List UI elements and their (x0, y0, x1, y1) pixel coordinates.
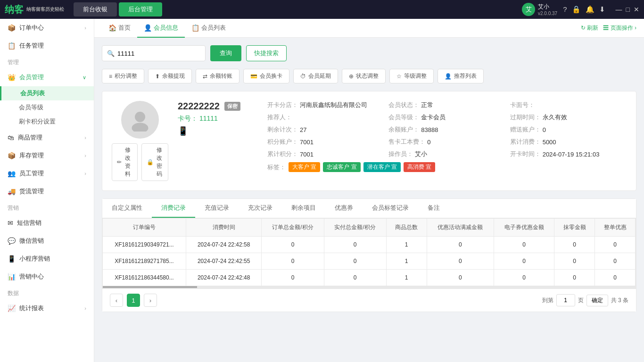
sidebar-item-stock[interactable]: 📦 库存管理 › (0, 147, 94, 165)
sidebar-item-card-points[interactable]: 刷卡积分设置 (0, 115, 94, 129)
query-button[interactable]: 查询 (210, 45, 241, 61)
sidebar-item-sms[interactable]: ✉ 短信营销 (0, 214, 94, 232)
pagination: ‹ 1 › 到第 页 确定 共 3 条 (102, 288, 636, 312)
lock-icon[interactable]: 🔒 (572, 5, 581, 14)
cell-wholedisc: 0 (595, 270, 636, 286)
points-adjust-btn[interactable]: ≡ 积分调整 (102, 69, 144, 83)
withdraw-icon: ⬆ (155, 73, 160, 80)
page-unit-label: 页 (578, 296, 584, 304)
level-row: 会员等级： 金卡会员 (388, 113, 505, 122)
tab-member-info[interactable]: 👤 会员信息 (137, 19, 185, 38)
sidebar-item-stats[interactable]: 📈 统计报表 › (0, 299, 94, 317)
total-consume-value: 5000 (543, 139, 556, 146)
titlebar-nav: 前台收银 后台管理 (74, 2, 162, 16)
maximize-btn[interactable]: □ (626, 6, 630, 13)
sidebar-item-miniapp[interactable]: 📱 小程序营销 (0, 250, 94, 268)
sidebar-item-task-mgmt[interactable]: 📋 任务管理 (0, 37, 94, 55)
member-extend-btn[interactable]: ⏱ 会员延期 (293, 69, 338, 83)
sidebar-item-logistics[interactable]: 🚚 货流管理 (0, 182, 94, 200)
status-adjust-btn[interactable]: ⊕ 状态调整 (342, 69, 386, 83)
balance-transfer-btn[interactable]: ⇄ 余额转账 (196, 69, 239, 83)
col-time: 消费时间 (186, 219, 262, 237)
tab-notes[interactable]: 备注 (418, 199, 449, 218)
sidebar-item-wechat[interactable]: 💬 微信营销 (0, 232, 94, 250)
recommend-list-btn[interactable]: 👤 推荐列表 (438, 69, 484, 83)
tab-member-list[interactable]: 📋 会员列表 (185, 19, 232, 38)
refresh-btn[interactable]: ↻ 刷新 (581, 24, 598, 32)
level-value: 金卡会员 (421, 113, 446, 122)
balance-withdraw-btn[interactable]: ⬆ 余额提现 (148, 69, 192, 83)
member-name-row: 22222222 保密 (178, 101, 253, 112)
sidebar-item-goods[interactable]: 🛍 商品管理 › (0, 129, 94, 147)
sidebar-item-member-mgmt[interactable]: 👑 会员管理 ∨ (0, 68, 94, 86)
tab-member-list-label: 会员列表 (201, 24, 226, 32)
member-extend-label: 会员延期 (308, 72, 331, 80)
page-confirm-btn[interactable]: 确定 (586, 295, 608, 306)
sidebar-item-order-center[interactable]: 📦 订单中心 › (0, 19, 94, 37)
miniapp-icon: 📱 (8, 255, 16, 263)
help-icon[interactable]: ? (563, 5, 567, 14)
search-input[interactable] (117, 50, 200, 57)
next-page-btn[interactable]: › (144, 294, 157, 307)
points-icon: ≡ (109, 73, 112, 80)
prev-page-btn[interactable]: ‹ (110, 294, 123, 307)
download-icon[interactable]: ⬇ (599, 5, 605, 14)
tag-loyal-customer: 忠诚客户 宣 (323, 162, 360, 172)
tab-coupons[interactable]: 优惠券 (325, 199, 363, 218)
tags-row: 标签： 大客户 宣 忠诚客户 宣 潜在客户 宣 高消费 宣 (267, 162, 627, 172)
page-ops-label: 页面操作 (611, 25, 633, 31)
sidebar-item-marketing-center[interactable]: 📊 营销中心 (0, 268, 94, 286)
modify-profile-btn[interactable]: ✏ 修改资料 (112, 143, 138, 181)
close-btn[interactable]: ✕ (634, 6, 639, 13)
tab-home[interactable]: 🏠 首页 (102, 19, 137, 38)
back-office-btn[interactable]: 后台管理 (119, 2, 162, 16)
tab-recharge-records[interactable]: 充值记录 (195, 199, 239, 218)
app-version: v2.0.0.37 (538, 11, 557, 16)
expire-label: 过期时间： (510, 113, 541, 122)
minimize-btn[interactable]: — (616, 6, 622, 13)
points-adjust-label: 积分调整 (115, 72, 137, 80)
sidebar-section-data: 数据 (0, 286, 94, 299)
cell-order-no: XF181612189271785... (103, 253, 186, 270)
card-face-row: 卡面号： (510, 101, 627, 109)
cell-roundoff: 0 (554, 270, 595, 286)
table-row[interactable]: XF181612186344580... 2024-07-24 22:42:48… (103, 270, 636, 286)
page-1-btn[interactable]: 1 (127, 294, 140, 307)
action-buttons: ≡ 积分调整 ⬆ 余额提现 ⇄ 余额转账 💳 会员换卡 ⏱ 会员延期 (102, 69, 636, 83)
branch-value: 河南辰鑫纸制品有限公司 (300, 101, 367, 109)
sidebar-section-marketing: 营销 (0, 200, 94, 214)
status-value: 正常 (421, 101, 433, 109)
level-adjust-btn[interactable]: ☆ 等级调整 (389, 69, 434, 83)
lock-small-icon: 🔒 (147, 159, 154, 165)
operator-label: 操作员： (388, 150, 413, 158)
tab-tag-records[interactable]: 会员标签记录 (363, 199, 418, 218)
scroll-bar[interactable]: › (103, 286, 636, 288)
cell-time: 2024-07-24 22:42:55 (186, 253, 262, 270)
titlebar-icon-group: ? 🔒 🔔 ⬇ (563, 5, 605, 14)
page-ops-btn[interactable]: ☰ 页面操作 › (603, 24, 636, 32)
quick-search-button[interactable]: 快捷搜索 (246, 45, 287, 61)
tab-remaining-items[interactable]: 剩余项目 (282, 199, 325, 218)
table-row[interactable]: XF181612189271785... 2024-07-24 22:42:55… (103, 253, 636, 270)
page-number-input[interactable] (556, 294, 575, 306)
total-consume-row: 累计消费： 5000 (510, 138, 627, 146)
staff-icon: 👥 (8, 170, 16, 177)
cell-ecoupon: 0 (494, 270, 554, 286)
stock-icon: 📦 (8, 152, 16, 159)
tab-custom-attrs[interactable]: 自定义属性 (102, 199, 152, 218)
member-icon: 👑 (8, 74, 16, 81)
card-swap-btn[interactable]: 💳 会员换卡 (243, 69, 289, 83)
branch-label: 开卡分店： (267, 101, 298, 109)
sidebar-item-member-level[interactable]: 会员等级 (0, 100, 94, 115)
bell-icon[interactable]: 🔔 (586, 5, 594, 14)
referrer-row: 推荐人： (267, 113, 384, 122)
tab-times-records[interactable]: 充次记录 (239, 199, 282, 218)
sidebar-item-member-list[interactable]: 会员列表 (0, 86, 94, 100)
operator-value: 艾小 (415, 150, 427, 158)
remaining-value: 27 (300, 126, 306, 133)
front-desk-btn[interactable]: 前台收银 (74, 2, 117, 16)
modify-pwd-btn[interactable]: 🔒 修改密码 (141, 143, 168, 181)
table-row[interactable]: XF181612190349721... 2024-07-24 22:42:58… (103, 237, 636, 253)
tab-consume-records[interactable]: 消费记录 (152, 199, 195, 218)
sidebar-item-staff[interactable]: 👥 员工管理 › (0, 165, 94, 182)
